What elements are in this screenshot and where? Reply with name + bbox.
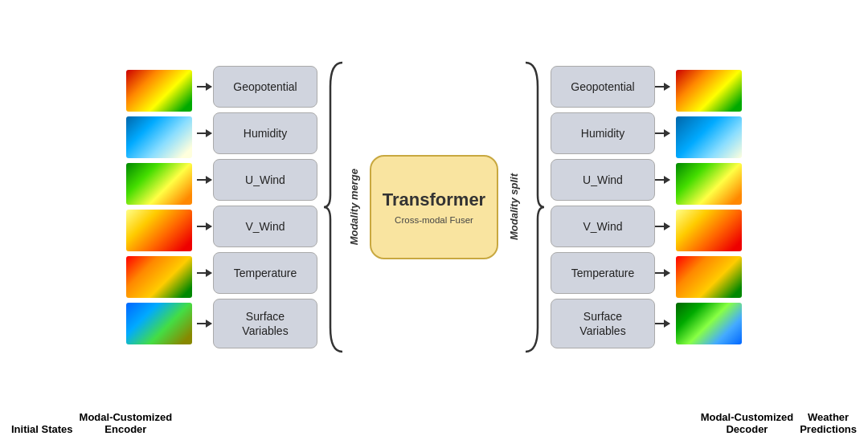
decoder-uwind: U_Wind	[551, 159, 655, 201]
left-brace-svg	[322, 55, 346, 360]
label-decoder: Modal-CustomizedDecoder	[701, 411, 794, 435]
left-images-col	[126, 70, 197, 344]
left-temp-thumb	[126, 256, 192, 298]
arrow-uwind	[197, 179, 211, 181]
decoder-surf: SurfaceVariables	[551, 299, 655, 348]
transformer-box: Transformer Cross-modal Fuser	[370, 155, 498, 259]
label-weather-predictions: WeatherPredictions	[800, 411, 857, 435]
left-uwind-thumb	[126, 163, 192, 205]
arrow-geo	[197, 86, 211, 88]
decoder-geo: Geopotential	[551, 66, 655, 108]
right-geo-thumb	[676, 70, 742, 112]
arrow-vwind	[197, 226, 211, 227]
left-geo-thumb	[126, 70, 192, 112]
right-brace-label: Modality split	[508, 173, 520, 240]
bottom-labels: Initial States Modal-CustomizedEncoder M…	[0, 411, 868, 435]
right-temp-thumb	[676, 256, 742, 298]
left-hum-thumb	[126, 116, 192, 158]
left-brace-label: Modality merge	[348, 169, 360, 245]
right-brace-svg	[522, 55, 546, 360]
rarrow-hum	[655, 132, 669, 134]
encoder-vwind: V_Wind	[213, 206, 317, 247]
left-images	[126, 70, 192, 344]
arrow-temp	[197, 272, 211, 274]
encoder-surf: SurfaceVariables	[213, 299, 317, 348]
left-surf-thumb	[126, 303, 192, 344]
right-images	[676, 70, 742, 344]
right-uwind-thumb	[676, 163, 742, 205]
rarrow-temp	[655, 272, 669, 274]
encoder-geo: Geopotential	[213, 66, 317, 108]
rarrow-uwind	[655, 179, 669, 181]
encoder-uwind: U_Wind	[213, 159, 317, 201]
decoder-temp: Temperature	[551, 252, 655, 294]
label-encoder: Modal-CustomizedEncoder	[80, 411, 173, 435]
decoder-hum: Humidity	[551, 112, 655, 154]
decoder-boxes: Geopotential Humidity U_Wind V_Wind Temp…	[551, 66, 655, 348]
arrow-hum	[197, 132, 211, 134]
decoder-vwind: V_Wind	[551, 206, 655, 247]
right-arrows	[655, 66, 671, 348]
right-surf-thumb	[676, 303, 742, 344]
encoder-boxes: Geopotential Humidity U_Wind V_Wind Temp…	[213, 66, 317, 348]
rarrow-surf	[655, 323, 669, 324]
left-brace-section: Modality merge	[322, 55, 362, 360]
encoder-hum: Humidity	[213, 112, 317, 154]
diagram: Geopotential Humidity U_Wind V_Wind Temp…	[0, 0, 868, 440]
left-arrows	[197, 66, 213, 348]
label-initial-states: Initial States	[11, 423, 73, 435]
rarrow-geo	[655, 86, 669, 88]
transformer-subtitle: Cross-modal Fuser	[395, 215, 473, 225]
arrow-surf	[197, 323, 211, 324]
right-vwind-thumb	[676, 210, 742, 251]
rarrow-vwind	[655, 226, 669, 227]
encoder-temp: Temperature	[213, 252, 317, 294]
transformer-title: Transformer	[383, 189, 485, 210]
right-brace-section: Modality split	[506, 55, 546, 360]
left-vwind-thumb	[126, 210, 192, 251]
right-images-col	[671, 70, 742, 344]
right-hum-thumb	[676, 116, 742, 158]
